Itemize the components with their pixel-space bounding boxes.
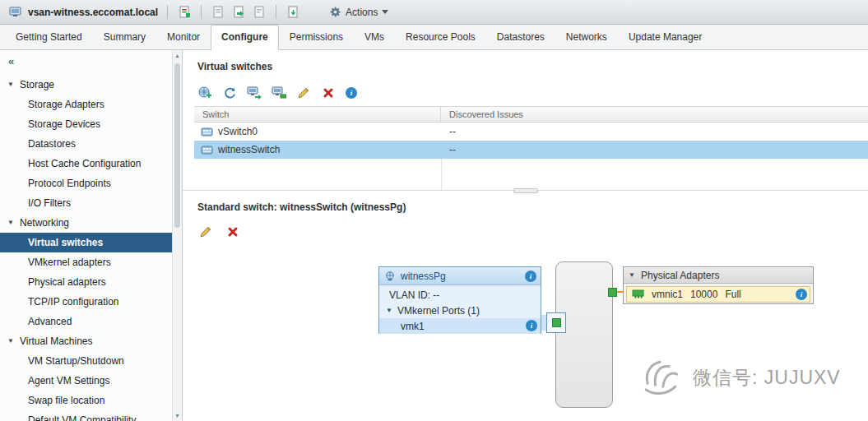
sidebar-scrollbar[interactable]: ▲ ▼: [172, 50, 182, 421]
new-vm-icon[interactable]: [211, 5, 225, 20]
tab-summary[interactable]: Summary: [93, 25, 156, 49]
sidebar-group-label: Storage: [20, 79, 54, 90]
table-row-vswitch0[interactable]: vSwitch0 --: [194, 123, 868, 141]
table-row-witnessswitch[interactable]: witnessSwitch --: [194, 141, 868, 159]
refresh-icon[interactable]: [222, 86, 237, 100]
nic-name: vmnic1: [652, 289, 683, 300]
switch-icon: [201, 144, 213, 155]
sidebar-item-protocol-endpoints[interactable]: Protocol Endpoints: [0, 173, 172, 193]
vmk-port-row[interactable]: vmk1 i: [379, 318, 541, 334]
sidebar-group-storage[interactable]: ▼ Storage: [0, 75, 172, 95]
tab-monitor[interactable]: Monitor: [156, 25, 211, 49]
toolbar-separator: [201, 5, 202, 19]
nav-tree: ▼ Storage Storage Adapters Storage Devic…: [0, 75, 172, 421]
deploy-ovf-icon[interactable]: [231, 5, 246, 20]
info-icon[interactable]: i: [526, 320, 537, 331]
edit-icon[interactable]: [296, 86, 311, 100]
scrollbar-thumb[interactable]: [174, 63, 180, 228]
nic-speed: 10000: [690, 289, 717, 300]
sidebar-item-agent-vm-settings[interactable]: Agent VM Settings: [0, 371, 172, 391]
discovered-issues-value: --: [441, 141, 868, 159]
delete-icon[interactable]: [225, 224, 240, 239]
portgroup-header[interactable]: witnessPg i: [379, 267, 541, 285]
scan-updates-icon[interactable]: [177, 5, 192, 20]
physical-adapters-box: ▼ Physical Adapters vmnic1 10000 Full i: [623, 266, 814, 304]
horizontal-splitter[interactable]: [183, 190, 868, 196]
vlan-id-label: VLAN ID: --: [379, 288, 541, 303]
column-header-switch[interactable]: Switch: [194, 107, 441, 122]
collapse-arrow-icon[interactable]: ▼: [629, 272, 636, 279]
vmkernel-ports-row[interactable]: ▼ VMkernel Ports (1): [379, 303, 541, 318]
info-icon[interactable]: i: [525, 271, 536, 282]
nic-duplex: Full: [725, 289, 740, 300]
delete-icon[interactable]: [321, 86, 336, 100]
sidebar-item-virtual-switches[interactable]: Virtual switches: [0, 233, 172, 252]
nic-icon: [632, 289, 644, 299]
edit-icon[interactable]: [198, 224, 213, 239]
portgroup-icon: [384, 271, 396, 281]
sidebar-item-physical-adapters[interactable]: Physical adapters: [0, 272, 172, 292]
table-header-row: Switch Discovered Issues: [194, 106, 868, 123]
vmk-label: vmk1: [401, 321, 425, 332]
vmk-port-widget: [546, 312, 566, 333]
sidebar-group-label: Networking: [20, 217, 69, 229]
tab-update-manager[interactable]: Update Manager: [618, 25, 713, 49]
column-header-discovered-issues[interactable]: Discovered Issues: [441, 107, 868, 122]
manage-physical-adapters-icon[interactable]: [272, 86, 286, 100]
collapse-arrow-icon[interactable]: ▼: [7, 220, 15, 226]
sidebar-item-io-filters[interactable]: I/O Filters: [0, 193, 172, 213]
tab-resource-pools[interactable]: Resource Pools: [395, 25, 486, 49]
collapse-arrow-icon[interactable]: ▼: [7, 338, 15, 345]
uplink-port-icon: [608, 288, 617, 297]
object-header-bar: vsan-witness.eccomat.local Actions: [0, 0, 868, 25]
sidebar-item-host-cache-configuration[interactable]: Host Cache Configuration: [0, 154, 172, 173]
standard-switch-title: Standard switch: witnessSwitch (witnessP…: [197, 201, 406, 213]
physical-adapters-header[interactable]: ▼ Physical Adapters: [624, 267, 813, 284]
collapse-arrow-icon[interactable]: ▼: [7, 81, 15, 88]
vmkernel-ports-label: VMkernel Ports (1): [397, 305, 480, 317]
portgroup-name: witnessPg: [401, 271, 446, 282]
scroll-up-arrow-icon[interactable]: ▲: [173, 53, 182, 58]
info-icon[interactable]: i: [346, 87, 357, 99]
sidebar-item-swap-file-location[interactable]: Swap file location: [0, 391, 172, 410]
port-green-icon: [552, 318, 561, 327]
switch-detail-toolbar: [198, 224, 240, 240]
sidebar-item-storage-devices[interactable]: Storage Devices: [0, 114, 172, 134]
vswitch-body: [555, 261, 613, 408]
actions-label: Actions: [346, 7, 378, 18]
physical-adapters-title: Physical Adapters: [641, 270, 719, 281]
tab-datastores[interactable]: Datastores: [486, 25, 555, 49]
info-icon[interactable]: i: [796, 289, 807, 300]
switch-name: vSwitch0: [218, 126, 258, 137]
migrate-vmkernel-icon[interactable]: [247, 86, 262, 100]
panel-title: Virtual switches: [197, 61, 272, 72]
switch-name: witnessSwitch: [218, 144, 280, 155]
sidebar-item-datastores[interactable]: Datastores: [0, 134, 172, 154]
sidebar-item-advanced[interactable]: Advanced: [0, 312, 172, 331]
collapse-arrow-icon[interactable]: ▼: [386, 308, 393, 314]
sidebar-group-virtual-machines[interactable]: ▼ Virtual Machines: [0, 331, 172, 351]
toolbar-separator: [276, 5, 276, 19]
tab-permissions[interactable]: Permissions: [279, 25, 354, 49]
add-networking-icon[interactable]: [197, 86, 212, 100]
tab-getting-started[interactable]: Getting Started: [5, 25, 93, 49]
tab-networks[interactable]: Networks: [555, 25, 618, 49]
tab-configure[interactable]: Configure: [211, 25, 279, 50]
maintenance-mode-icon[interactable]: [252, 5, 267, 20]
vmnic-row[interactable]: vmnic1 10000 Full i: [626, 286, 810, 303]
sidebar-group-networking[interactable]: ▼ Networking: [0, 213, 172, 233]
sidebar-item-vmkernel-adapters[interactable]: VMkernel adapters: [0, 252, 172, 272]
virtual-switches-panel: Virtual switches i Switc: [183, 50, 868, 421]
sidebar-item-tcpip-configuration[interactable]: TCP/IP configuration: [0, 292, 172, 312]
actions-menu-button[interactable]: Actions: [323, 3, 394, 21]
sidebar-item-default-vm-compatibility[interactable]: Default VM Compatibility: [0, 410, 172, 421]
sidebar-item-storage-adapters[interactable]: Storage Adapters: [0, 95, 172, 114]
watermark: 微信号: JUJUXV: [637, 353, 841, 403]
reboot-icon[interactable]: [285, 5, 300, 20]
sidebar-group-label: Virtual Machines: [20, 335, 93, 347]
splitter-handle[interactable]: [513, 188, 538, 193]
sidebar-item-vm-startup-shutdown[interactable]: VM Startup/Shutdown: [0, 351, 172, 371]
scroll-down-arrow-icon[interactable]: ▼: [173, 413, 182, 419]
tab-vms[interactable]: VMs: [354, 25, 395, 49]
collapse-sidebar-button[interactable]: «: [8, 55, 14, 67]
